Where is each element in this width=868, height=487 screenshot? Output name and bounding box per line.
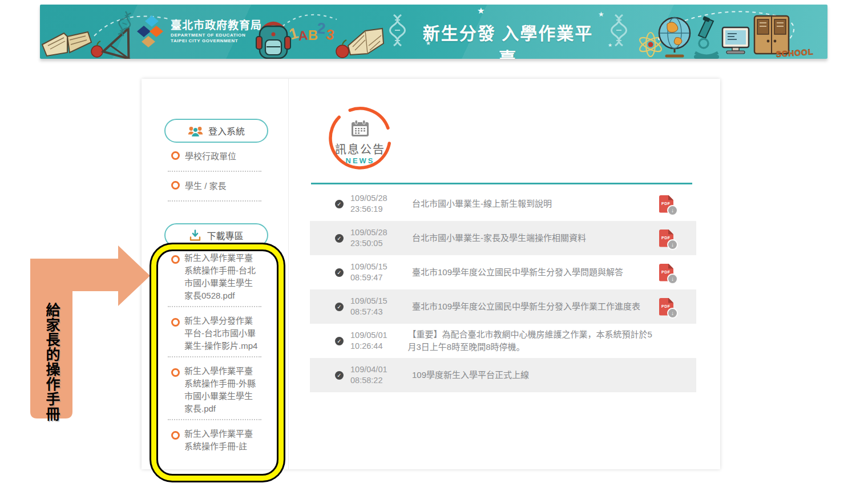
doe-logo[interactable]: 臺北市政府教育局 DEPARTMENT OF EDUCATION TAIPEI … <box>133 15 262 48</box>
news-subheading: NEWS <box>327 156 393 165</box>
download-item[interactable]: 新生入學作業平臺系統操作手冊-註 <box>171 428 261 453</box>
news-title[interactable]: 109學度新生入學平台正式上線 <box>412 369 529 381</box>
header-banner: SCHOOL 臺北市政府教育局 DEPARTMENT OF EDUCATION … <box>40 5 827 59</box>
pdf-fold-corner <box>668 264 673 269</box>
pdf-download-icon: ↓ <box>667 205 678 216</box>
platform-title: 新生分發 入學作業平臺 <box>414 19 602 59</box>
pdf-badge-label: PDF <box>661 202 671 206</box>
news-datetime: 109/04/01 08:58:22 <box>350 364 391 386</box>
pdf-attachment[interactable]: PDF ↓ <box>659 195 673 213</box>
login-button[interactable]: 登入系統 <box>164 119 268 143</box>
news-date: 109/05/28 <box>350 193 391 204</box>
news-time: 08:59:47 <box>350 272 391 283</box>
globe-icon <box>659 18 690 56</box>
news-title[interactable]: 台北市國小畢業生-線上新生報到說明 <box>412 198 552 210</box>
download-item-label: 新生入學作業平臺系統操作手冊-註 <box>184 428 259 453</box>
download-item[interactable]: 新生入學作業平臺系統操作手冊-外縣市國小畢業生學生家長.pdf <box>171 365 261 415</box>
download-button-label: 下載專區 <box>207 228 243 242</box>
calendar-icon <box>350 120 370 137</box>
news-time: 08:57:43 <box>350 307 391 317</box>
book-icon <box>348 29 383 55</box>
pdf-attachment[interactable]: PDF ↓ <box>659 298 673 316</box>
news-list: ✓ 109/05/28 23:56:19 台北市國小畢業生-線上新生報到說明 P… <box>310 187 696 392</box>
news-title[interactable]: 臺北市109學年度公立國民中學新生分發入學問題與解答 <box>412 266 623 279</box>
news-datetime: 109/05/15 08:59:47 <box>350 261 391 283</box>
logo-text: 臺北市政府教育局 DEPARTMENT OF EDUCATION TAIPEI … <box>171 19 262 44</box>
login-button-label: 登入系統 <box>208 124 245 138</box>
news-time: 23:50:05 <box>350 238 391 249</box>
pdf-badge-label: PDF <box>661 304 671 308</box>
pdf-fold-corner <box>668 230 673 235</box>
sidebar-link-label: 學生 / 家長 <box>185 179 227 191</box>
news-title[interactable]: 台北市國小畢業生-家長及學生端操作相關資料 <box>412 232 586 244</box>
pdf-attachment[interactable]: PDF ↓ <box>659 264 673 281</box>
orange-ring-bullet <box>171 255 180 264</box>
dotted-divider <box>168 200 261 202</box>
news-row: ✓ 109/05/28 23:50:05 台北市國小畢業生-家長及學生端操作相關… <box>310 221 696 255</box>
check-circle-icon: ✓ <box>335 268 344 277</box>
sidebar-link-student-parent[interactable]: 學生 / 家長 <box>171 179 227 191</box>
dotted-divider <box>168 356 261 357</box>
news-row: ✓ 109/05/01 10:26:44 【重要】為配合臺北市教網中心機房維護之… <box>310 324 696 358</box>
dna-icon <box>390 15 405 46</box>
sidebar-link-label: 學校行政單位 <box>185 150 236 162</box>
star-icon: ★ <box>598 10 604 18</box>
sidebar-link-school-admin[interactable]: 學校行政單位 <box>171 150 236 162</box>
download-list: 新生入學作業平臺系統操作手冊-台北市國小畢業生學生家長0528.pdf 新生入學… <box>171 252 261 453</box>
news-row: ✓ 109/05/15 08:57:43 臺北市109學年度公立國民中學新生分發… <box>310 289 696 324</box>
news-date: 109/04/01 <box>350 364 391 375</box>
logo-subtitle-2: TAIPEI CITY GOVERNMENT <box>171 38 262 44</box>
apple-icon <box>91 41 103 57</box>
news-date: 109/05/28 <box>350 227 391 238</box>
content-card: 登入系統 學校行政單位 學生 / 家長 下載專區 新生入學作業平 <box>142 79 720 469</box>
computer-icon <box>722 27 749 54</box>
book-icon <box>42 32 91 56</box>
news-time: 10:26:44 <box>350 341 387 352</box>
news-date: 109/05/15 <box>350 296 391 307</box>
sidebar: 登入系統 學校行政單位 學生 / 家長 下載專區 新生入學作業平 <box>142 79 289 469</box>
orange-ring-bullet <box>171 318 180 327</box>
pdf-download-icon: ↓ <box>667 239 678 250</box>
microscope-icon <box>694 16 719 59</box>
check-circle-icon: ✓ <box>335 303 344 311</box>
download-item-label: 新生入學作業平臺系統操作手冊-台北市國小畢業生學生家長0528.pdf <box>184 252 259 302</box>
download-item-label: 新生入學作業平臺系統操作手冊-外縣市國小畢業生學生家長.pdf <box>184 365 259 415</box>
pdf-fold-corner <box>668 298 673 303</box>
check-circle-icon: ✓ <box>335 371 344 380</box>
download-tray-icon <box>189 230 201 242</box>
news-title[interactable]: 臺北市109學年度公立國民中學新生分發入學作業工作進度表 <box>412 300 640 313</box>
news-date: 109/05/01 <box>350 330 387 341</box>
news-time: 08:58:22 <box>350 375 391 386</box>
news-date: 109/05/15 <box>350 261 391 272</box>
news-datetime: 109/05/28 23:50:05 <box>350 227 391 249</box>
orange-ring-bullet <box>171 431 180 440</box>
download-item[interactable]: 新生入學作業平臺系統操作手冊-台北市國小畢業生學生家長0528.pdf <box>171 252 261 302</box>
download-item-label: 新生入學分發作業平台-台北市國小畢業生-操作影片.mp4 <box>184 315 259 352</box>
pdf-download-icon: ↓ <box>667 273 678 284</box>
check-circle-icon: ✓ <box>335 234 344 243</box>
orange-ring-bullet <box>171 151 180 160</box>
pdf-download-icon: ↓ <box>667 308 678 319</box>
download-item[interactable]: 新生入學分發作業平台-台北市國小畢業生-操作影片.mp4 <box>171 315 261 352</box>
news-datetime: 109/05/01 10:26:44 <box>350 330 387 352</box>
dotted-divider <box>168 419 261 420</box>
news-title[interactable]: 【重要】為配合臺北市教網中心機房維護之作業，本系統預計於5月3日上午8時至晚間8… <box>408 328 659 353</box>
star-icon: ★ <box>477 6 485 16</box>
star-icon: ★ <box>608 42 612 48</box>
logo-diamonds-icon <box>133 15 165 48</box>
news-row: ✓ 109/04/01 08:58:22 109學度新生入學平台正式上線 PDF… <box>310 358 696 392</box>
news-datetime: 109/05/28 23:56:19 <box>350 193 391 215</box>
news-row: ✓ 109/05/28 23:56:19 台北市國小畢業生-線上新生報到說明 P… <box>310 187 696 221</box>
orange-ring-bullet <box>171 368 180 377</box>
check-circle-icon: ✓ <box>335 337 344 345</box>
people-icon <box>188 125 203 137</box>
star-icon: ★ <box>426 40 431 46</box>
pdf-badge-label: PDF <box>661 236 671 240</box>
news-datetime: 109/05/15 08:57:43 <box>350 296 391 317</box>
news-divider <box>311 183 692 184</box>
dotted-divider <box>168 306 261 307</box>
pdf-attachment[interactable]: PDF ↓ <box>659 230 673 247</box>
download-area-button[interactable]: 下載專區 <box>164 223 268 247</box>
dna-icon <box>612 15 627 46</box>
orange-ring-bullet <box>171 181 180 190</box>
